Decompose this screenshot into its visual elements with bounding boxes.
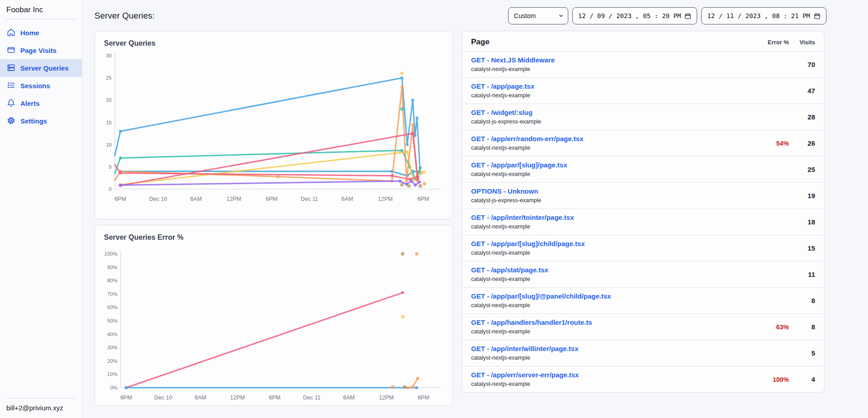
table-row: GET - /app/err/random-err/page.tsx catal…: [462, 130, 824, 156]
error-percent: 100%: [754, 376, 789, 383]
x-tick-label: 6AM: [341, 196, 353, 202]
y-tick-label: 0: [109, 186, 112, 192]
page-title: Server Queries:: [94, 11, 155, 21]
table-row: GET - Next.JS Middleware catalyst-nextjs…: [462, 51, 824, 77]
visits-count: 19: [796, 192, 815, 200]
data-point-orange-100: [415, 252, 419, 256]
project-name: catalyst-js-express-example: [471, 197, 754, 204]
data-point-yellow-dots: [400, 71, 404, 75]
charts-column: Server Queries 0510152025306PMDec 106AM1…: [94, 31, 453, 411]
user-email: bill+2@privium.xyz: [6, 404, 75, 412]
y-tick-label: 40%: [107, 332, 118, 337]
home-icon: [7, 28, 15, 38]
data-point: [415, 386, 418, 390]
data-point-tan-zero: [403, 385, 406, 389]
data-point: [125, 386, 128, 390]
sidebar-item-alerts[interactable]: Alerts: [0, 95, 82, 112]
table-row: GET - /app/handlers/handler1/route.ts ca…: [462, 314, 824, 340]
data-point: [405, 180, 408, 183]
data-point-tan-dots: [419, 184, 422, 188]
page-link[interactable]: GET - Next.JS Middleware: [471, 56, 555, 65]
row-main: GET - /app/err/random-err/page.tsx catal…: [471, 134, 754, 152]
sidebar-item-home[interactable]: Home: [0, 24, 82, 42]
server-queries-chart: 0510152025306PMDec 106AM12PM6PMDec 116AM…: [104, 50, 443, 206]
data-point: [401, 291, 404, 294]
page-link[interactable]: OPTIONS - Unknown: [471, 187, 538, 196]
data-point: [406, 143, 409, 146]
page-link[interactable]: GET - /app/handlers/handler1/route.ts: [471, 318, 592, 327]
data-point: [119, 157, 122, 160]
main-content: Server Queries: Custom 12 / 09 / 2023 , …: [82, 0, 868, 411]
page-link[interactable]: GET - /app/par/[slug]/page.tsx: [471, 161, 567, 170]
data-point: [119, 171, 122, 175]
axes: [115, 53, 441, 189]
data-point: [411, 132, 414, 135]
project-name: catalyst-nextjs-example: [471, 171, 754, 178]
project-name: catalyst-nextjs-example: [471, 144, 754, 152]
data-point: [416, 175, 420, 178]
page-link[interactable]: GET - /app/inter/tointer/page.tsx: [471, 213, 574, 222]
project-name: catalyst-nextjs-example: [471, 354, 754, 362]
data-point: [411, 385, 414, 389]
page-link[interactable]: GET - /app/err/server-err/page.tsx: [471, 370, 579, 380]
sidebar-item-page-visits[interactable]: Page Visits: [0, 42, 82, 59]
page-link[interactable]: GET - /app/inter/willinter/page.tsx: [471, 344, 579, 353]
data-point-orange-dot: [423, 182, 426, 185]
error-chart-card: Server Queries Error % 0%10%20%30%40%50%…: [94, 225, 453, 406]
page-link[interactable]: GET - /app/stat/page.tsx: [471, 266, 548, 275]
series-pink-rise: [119, 132, 420, 187]
date-to-input[interactable]: 12 / 11 / 2023 , 08 : 21 PM: [701, 7, 826, 24]
data-point: [119, 184, 122, 187]
x-tick-label: 6PM: [114, 196, 126, 202]
brand-name: Foobar Inc: [0, 0, 82, 19]
page-link[interactable]: GET - /app/err/random-err/page.tsx: [471, 134, 583, 143]
date-range-controls: Custom 12 / 09 / 2023 , 05 : 20 PM 12 / …: [508, 7, 826, 24]
visits-count: 70: [796, 61, 815, 68]
x-tick-label: 12PM: [378, 196, 393, 202]
sidebar-item-label: Alerts: [20, 100, 40, 107]
y-tick-label: 80%: [107, 278, 118, 283]
page-link[interactable]: GET - /app/page.tsx: [471, 82, 534, 91]
sidebar-item-label: Home: [20, 29, 39, 37]
x-tick-label: 6PM: [120, 394, 132, 400]
gear-icon: [7, 116, 15, 126]
table-body: GET - Next.JS Middleware catalyst-nextjs…: [462, 51, 824, 392]
y-tick-label: 0%: [110, 385, 118, 390]
x-tick-label: Dec 10: [149, 196, 167, 202]
sidebar-item-sessions[interactable]: Sessions: [0, 77, 82, 95]
sidebar-item-label: Sessions: [20, 82, 50, 90]
data-point: [398, 151, 401, 154]
sidebar-item-settings[interactable]: Settings: [0, 112, 82, 130]
row-main: GET - /app/inter/tointer/page.tsx cataly…: [471, 213, 754, 231]
table-row: GET - /app/par/[slug]/child/page.tsx cat…: [462, 235, 824, 261]
row-main: GET - /app/par/[slug]/page.tsx catalyst-…: [471, 161, 754, 178]
project-name: catalyst-nextjs-example: [471, 276, 754, 283]
row-main: OPTIONS - Unknown catalyst-js-express-ex…: [471, 187, 754, 204]
project-name: catalyst-nextjs-example: [471, 380, 754, 388]
page-link[interactable]: GET - /widget/:slug: [471, 108, 533, 117]
series-blue-zero: [125, 386, 419, 390]
date-from-input[interactable]: 12 / 09 / 2023 , 05 : 20 PM: [572, 7, 698, 24]
x-tick-label: 6AM: [190, 196, 202, 202]
row-main: GET - /app/inter/willinter/page.tsx cata…: [471, 344, 754, 362]
calendar-icon[interactable]: [684, 13, 691, 19]
pages-column: Page Error % Visits GET - Next.JS Middle…: [462, 31, 825, 411]
series-pink-error: [125, 291, 405, 389]
row-main: GET - /widget/:slug catalyst-js-express-…: [471, 108, 754, 126]
data-point: [406, 386, 410, 390]
page-link[interactable]: GET - /app/par/[slug]/@panel/child/page.…: [471, 292, 611, 301]
visits-count: 5: [796, 349, 815, 357]
range-select[interactable]: Custom: [508, 7, 568, 24]
calendar-icon[interactable]: [814, 13, 821, 19]
page-link[interactable]: GET - /app/par/[slug]/child/page.tsx: [471, 239, 585, 248]
column-header-error: Error %: [754, 39, 789, 46]
table-row: GET - /app/inter/willinter/page.tsx cata…: [462, 340, 824, 366]
sidebar-item-server-queries[interactable]: Server Queries: [0, 59, 82, 77]
sidebar-footer: bill+2@privium.xyz: [0, 394, 82, 418]
visits-count: 26: [796, 139, 815, 147]
data-point: [119, 130, 122, 133]
visits-count: 15: [796, 244, 815, 252]
table-row: GET - /app/err/server-err/page.tsx catal…: [462, 366, 824, 392]
data-point-yellow-53: [401, 315, 405, 318]
sidebar-item-label: Server Queries: [20, 64, 69, 72]
